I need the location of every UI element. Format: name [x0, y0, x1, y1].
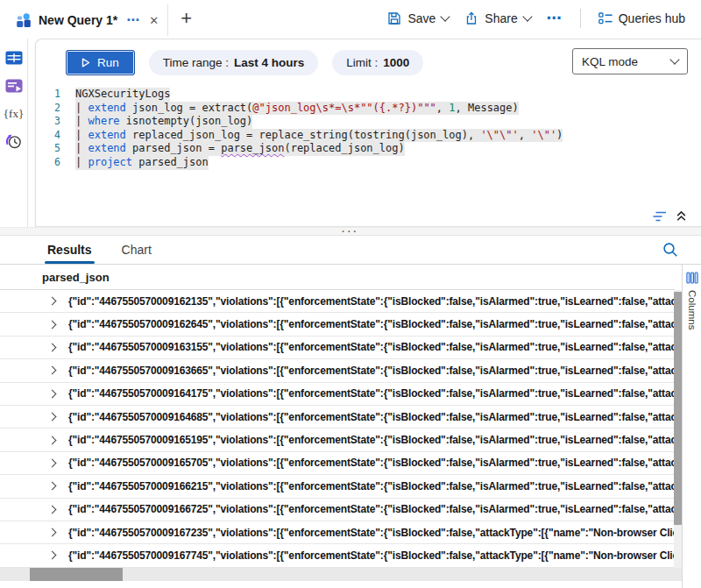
query-tab[interactable]: New Query 1* ⋯ ✕: [7, 4, 168, 36]
expand-chevron-icon[interactable]: [48, 389, 57, 398]
expand-chevron-icon[interactable]: [48, 366, 57, 375]
search-results-button[interactable]: [662, 242, 678, 261]
save-button[interactable]: Save: [384, 8, 452, 29]
code-text[interactable]: | project parsed_json: [75, 156, 209, 170]
grid-column-header[interactable]: parsed_json: [0, 265, 675, 290]
save-icon: [387, 11, 401, 25]
tab-results[interactable]: Results: [47, 236, 92, 264]
line-number: 4: [36, 129, 60, 143]
line-number: 5: [36, 142, 60, 156]
horizontal-scrollbar-thumb[interactable]: [30, 568, 123, 581]
queries-hub-button[interactable]: Queries hub: [595, 8, 689, 29]
code-token: parse_json: [221, 142, 284, 154]
panel-splitter[interactable]: ···: [0, 227, 701, 236]
code-text[interactable]: | extend replaced_json_log = replace_str…: [75, 129, 563, 143]
results-tabs: ResultsChart: [0, 236, 701, 265]
code-line[interactable]: 2| extend json_log = extract(@"json_log\…: [36, 102, 701, 116]
limit-label: Limit :: [346, 56, 378, 69]
table-row[interactable]: {"id":"4467550570009165195","violations"…: [0, 429, 675, 451]
chevron-down-icon: [669, 54, 679, 64]
code-text[interactable]: | where isnotempty(json_log): [75, 115, 252, 129]
history-icon[interactable]: [5, 133, 23, 151]
expand-chevron-icon[interactable]: [48, 458, 57, 467]
code-token: json_log = extract(: [126, 102, 253, 114]
row-json-text: {"id":"4467550570009163665","violations"…: [68, 365, 675, 377]
tab-close-icon[interactable]: ✕: [149, 14, 159, 27]
code-line[interactable]: 3| where isnotempty(json_log): [36, 115, 701, 129]
line-number: 2: [36, 102, 60, 116]
code-token: |: [75, 129, 88, 141]
line-number: 3: [36, 115, 60, 129]
table-row[interactable]: {"id":"4467550570009163155","violations"…: [0, 337, 675, 359]
table-row[interactable]: {"id":"4467550570009164685","violations"…: [0, 406, 675, 429]
expand-chevron-icon[interactable]: [48, 505, 57, 514]
functions-icon[interactable]: {fx}: [5, 105, 23, 123]
more-commands-icon[interactable]: ⋯: [543, 15, 566, 22]
expand-chevron-icon[interactable]: [48, 344, 57, 352]
table-row[interactable]: {"id":"4467550570009163665","violations"…: [0, 359, 675, 382]
row-json-text: {"id":"4467550570009166215","violations"…: [68, 480, 675, 492]
expand-chevron-icon[interactable]: [48, 551, 57, 560]
code-token: '\"': [531, 129, 556, 141]
code-token: |: [75, 115, 88, 127]
collapse-panel-icon[interactable]: [676, 210, 687, 222]
time-range-value: Last 4 hours: [234, 56, 304, 69]
table-row[interactable]: {"id":"4467550570009165705","violations"…: [0, 452, 675, 475]
format-lines-icon[interactable]: [653, 211, 667, 222]
code-text[interactable]: NGXSecurityLogs: [75, 88, 170, 102]
saved-queries-icon[interactable]: [5, 77, 23, 95]
share-button[interactable]: Share: [461, 8, 534, 29]
table-row[interactable]: {"id":"4467550570009167745","violations"…: [0, 544, 675, 567]
vertical-scrollbar[interactable]: [674, 290, 682, 568]
table-row[interactable]: {"id":"4467550570009166725","violations"…: [0, 499, 675, 521]
expand-chevron-icon[interactable]: [48, 528, 57, 537]
code-token: extend: [88, 129, 125, 141]
code-editor[interactable]: 1NGXSecurityLogs2| extend json_log = ext…: [36, 88, 701, 170]
new-tab-button[interactable]: +: [181, 10, 192, 27]
table-row[interactable]: {"id":"4467550570009164175","violations"…: [0, 383, 675, 406]
code-token: |: [75, 156, 88, 168]
code-token: |: [75, 102, 88, 114]
tab-chart[interactable]: Chart: [122, 236, 152, 264]
expand-chevron-icon[interactable]: [48, 436, 57, 444]
expand-chevron-icon[interactable]: [48, 413, 57, 422]
run-label: Run: [97, 56, 119, 69]
chevron-down-icon: [522, 11, 532, 21]
columns-side-panel[interactable]: Columns: [682, 265, 701, 588]
row-json-text: {"id":"4467550570009167745","violations"…: [68, 549, 675, 562]
horizontal-scrollbar[interactable]: [0, 568, 682, 581]
row-json-text: {"id":"4467550570009162645","violations"…: [68, 318, 675, 330]
code-text[interactable]: | extend json_log = extract(@"json_log\s…: [75, 102, 519, 116]
code-line[interactable]: 5| extend parsed_json = parse_json(repla…: [36, 142, 701, 156]
kql-mode-select[interactable]: KQL mode: [572, 48, 688, 74]
results-grid: {"id":"4467550570009162135","violations"…: [0, 290, 675, 568]
queries-hub-label: Queries hub: [619, 11, 685, 25]
expand-chevron-icon[interactable]: [48, 482, 57, 491]
table-row[interactable]: {"id":"4467550570009167235","violations"…: [0, 521, 675, 544]
code-token: parsed_json: [132, 156, 209, 168]
expand-chevron-icon[interactable]: [48, 320, 57, 329]
run-button[interactable]: Run: [66, 50, 135, 75]
row-json-text: {"id":"4467550570009165705","violations"…: [68, 457, 675, 469]
vertical-scrollbar-thumb[interactable]: [674, 292, 682, 525]
table-row[interactable]: {"id":"4467550570009162645","violations"…: [0, 313, 675, 336]
tab-more-icon[interactable]: ⋯: [126, 16, 140, 25]
limit-picker[interactable]: Limit : 1000: [332, 50, 423, 75]
drag-handle-icon[interactable]: ···: [342, 230, 359, 233]
code-token: @"json_log\s*=\s*""({.*?})""": [252, 102, 436, 114]
time-range-picker[interactable]: Time range : Last 4 hours: [149, 50, 319, 75]
table-row[interactable]: {"id":"4467550570009162135","violations"…: [0, 290, 675, 313]
code-token: (replaced_json_log): [284, 142, 404, 154]
expand-chevron-icon[interactable]: [48, 297, 57, 306]
save-label: Save: [407, 11, 435, 25]
columns-panel-label[interactable]: Columns: [687, 290, 697, 329]
code-line[interactable]: 6| project parsed_json: [36, 156, 701, 170]
code-line[interactable]: 1NGXSecurityLogs: [36, 88, 701, 102]
row-json-text: {"id":"4467550570009164685","violations"…: [68, 411, 675, 423]
table-row[interactable]: {"id":"4467550570009166215","violations"…: [0, 475, 675, 498]
query-editor-card: Run Time range : Last 4 hours Limit : 10…: [35, 39, 701, 227]
tables-icon[interactable]: [5, 49, 23, 67]
code-text[interactable]: | extend parsed_json = parse_json(replac…: [75, 142, 405, 156]
column-header-label: parsed_json: [42, 271, 110, 284]
code-line[interactable]: 4| extend replaced_json_log = replace_st…: [36, 129, 701, 143]
